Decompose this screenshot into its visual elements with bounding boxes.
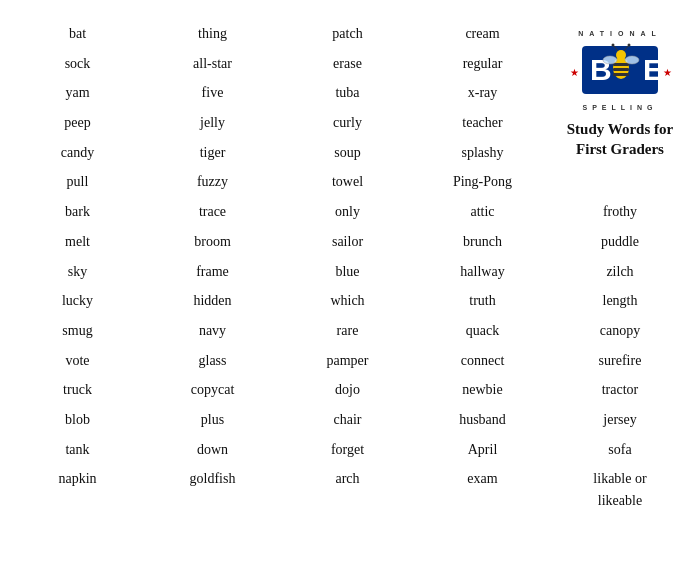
word-cell: attic [470, 198, 494, 226]
word-cell: down [197, 436, 228, 464]
svg-rect-10 [613, 73, 629, 76]
top-col-2: thing all-star five jelly tiger fuzzy [145, 20, 280, 196]
top-word-columns: bat sock yam peep candy pull thing all-s… [10, 20, 550, 196]
word-cell: length [603, 287, 638, 315]
word-cell: copycat [191, 376, 235, 404]
word-cell: puddle [601, 228, 639, 256]
top-col-1: bat sock yam peep candy pull [10, 20, 145, 196]
word-cell: pamper [327, 347, 369, 375]
word-cell: Ping-Pong [453, 168, 512, 196]
svg-text:SPELLING: SPELLING [582, 104, 657, 111]
top-col-3: patch erase tuba curly soup towel [280, 20, 415, 196]
word-cell: candy [61, 139, 94, 167]
word-cell: goldfish [190, 465, 236, 493]
word-cell: bark [65, 198, 90, 226]
likeable-word: likeable [598, 493, 642, 508]
word-cell: sky [68, 258, 87, 286]
word-cell: cream [465, 20, 499, 48]
word-cell: teacher [462, 109, 502, 137]
word-cell: blue [335, 258, 359, 286]
word-cell: melt [65, 228, 90, 256]
word-cell: zilch [606, 258, 633, 286]
word-cell: dojo [335, 376, 360, 404]
word-cell: patch [332, 20, 362, 48]
word-cell: smug [62, 317, 92, 345]
word-cell: only [335, 198, 360, 226]
word-cell: broom [194, 228, 231, 256]
svg-text:★: ★ [570, 67, 579, 78]
word-cell: canopy [600, 317, 640, 345]
top-col-4: cream regular x-ray teacher splashy Ping… [415, 20, 550, 196]
word-cell: plus [201, 406, 224, 434]
word-cell: newbie [462, 376, 502, 404]
svg-text:NATIONAL: NATIONAL [578, 30, 662, 37]
word-cell: surefire [599, 347, 642, 375]
word-cell: napkin [58, 465, 96, 493]
bottom-col-1: bark melt sky lucky smug vote truck blob… [10, 198, 145, 515]
word-cell: likable orlikeable [593, 465, 646, 514]
word-cell: towel [332, 168, 363, 196]
word-cell: forget [331, 436, 364, 464]
word-cell: blob [65, 406, 90, 434]
svg-point-16 [612, 44, 615, 47]
word-cell: exam [467, 465, 497, 493]
top-right-panel: NATIONAL SPELLING ★ ★ B E [550, 20, 690, 196]
spelling-bee-logo: NATIONAL SPELLING ★ ★ B E [560, 24, 680, 114]
word-cell: jersey [603, 406, 636, 434]
word-cell: rare [337, 317, 359, 345]
likable-or: or [635, 471, 647, 486]
word-cell: connect [461, 347, 505, 375]
word-cell: jelly [200, 109, 225, 137]
bottom-section: bark melt sky lucky smug vote truck blob… [10, 198, 690, 515]
word-cell: regular [463, 50, 503, 78]
likable-word: likable [593, 471, 635, 486]
word-cell: trace [199, 198, 226, 226]
word-cell: which [330, 287, 364, 315]
word-cell: frothy [603, 198, 637, 226]
word-cell: thing [198, 20, 227, 48]
word-cell: brunch [463, 228, 502, 256]
word-cell: erase [333, 50, 362, 78]
word-cell: tuba [335, 79, 359, 107]
word-cell: tractor [602, 376, 639, 404]
word-cell: sofa [608, 436, 631, 464]
svg-point-12 [625, 56, 639, 64]
word-cell: pull [67, 168, 89, 196]
word-cell: fuzzy [197, 168, 228, 196]
word-cell: chair [334, 406, 362, 434]
word-cell: curly [333, 109, 362, 137]
word-cell: yam [65, 79, 89, 107]
bottom-col-5: frothy puddle zilch length canopy surefi… [550, 198, 690, 515]
word-cell: lucky [62, 287, 93, 315]
word-cell: truck [63, 376, 92, 404]
word-cell: bat [69, 20, 86, 48]
word-cell: hidden [193, 287, 231, 315]
svg-point-17 [628, 44, 631, 47]
bottom-col-3: only sailor blue which rare pamper dojo … [280, 198, 415, 515]
bottom-col-2: trace broom frame hidden navy glass copy… [145, 198, 280, 515]
word-cell: vote [65, 347, 89, 375]
word-cell: peep [64, 109, 90, 137]
svg-point-13 [616, 50, 626, 60]
word-cell: navy [199, 317, 226, 345]
word-cell: five [202, 79, 224, 107]
svg-rect-8 [613, 63, 629, 66]
word-cell: soup [334, 139, 360, 167]
svg-text:★: ★ [663, 67, 672, 78]
word-cell: truth [469, 287, 495, 315]
bottom-col-4: attic brunch hallway truth quack connect… [415, 198, 550, 515]
word-cell: quack [466, 317, 499, 345]
word-cell: tank [65, 436, 89, 464]
page-container: bat sock yam peep candy pull thing all-s… [10, 20, 690, 515]
word-cell: all-star [193, 50, 232, 78]
svg-rect-9 [613, 68, 629, 71]
word-cell: April [468, 436, 498, 464]
word-cell: arch [335, 465, 359, 493]
word-cell: glass [199, 347, 227, 375]
word-cell: sock [65, 50, 91, 78]
word-cell: splashy [462, 139, 504, 167]
word-cell: hallway [460, 258, 504, 286]
svg-point-11 [603, 56, 617, 64]
svg-text:E: E [643, 53, 663, 86]
word-cell: frame [196, 258, 229, 286]
